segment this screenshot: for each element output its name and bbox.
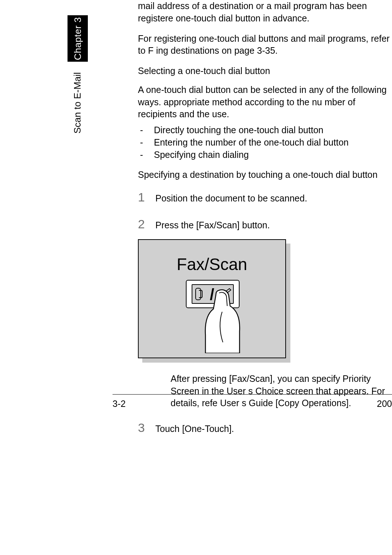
list-item: - Directly touching the one-touch dial b…: [139, 124, 392, 136]
bullet-text: Entering the number of the one-touch dia…: [154, 136, 392, 149]
document-glyph-icon: [199, 290, 203, 298]
paragraph: For registering one-touch dial buttons a…: [138, 33, 392, 57]
bullet-list: - Directly touching the one-touch dial b…: [139, 124, 392, 161]
chapter-tab: Chapter 3: [68, 15, 88, 62]
step-text: Press the [Fax/Scan] button.: [155, 218, 392, 232]
footer-rule: [113, 394, 392, 395]
chapter-tab-label: Chapter 3: [72, 17, 83, 60]
step-text: Touch [One-Touch].: [155, 421, 392, 435]
list-item: - Specifying chain dialing: [139, 149, 392, 161]
figure: Fax/Scan /: [138, 239, 392, 358]
subheading: Specifying a destination by touching a o…: [138, 169, 392, 181]
figure-label: Fax/Scan: [139, 253, 285, 276]
finger-press-icon: [203, 288, 243, 353]
main-content: mail address of a destination or a mail …: [138, 0, 392, 446]
paragraph: A one-touch dial button can be selected …: [138, 84, 392, 121]
side-section-label: Scan to E-Mail: [71, 68, 84, 137]
bullet-text: Directly touching the one-touch dial but…: [154, 124, 392, 136]
step-item: 2 Press the [Fax/Scan] button.: [138, 216, 392, 233]
subheading: Selecting a one-touch dial button: [138, 65, 392, 77]
step-number: 1: [138, 189, 145, 206]
bullet-dash: -: [139, 124, 144, 136]
side-section-text: Scan to E-Mail: [72, 72, 83, 133]
footer-right: 200: [377, 399, 392, 409]
list-item: - Entering the number of the one-touch d…: [139, 136, 392, 149]
step-number: 3: [138, 420, 145, 436]
figure-panel: Fax/Scan /: [138, 239, 286, 358]
step-item: 1 Position the document to be scanned.: [138, 189, 392, 206]
page: Chapter 3 Scan to E-Mail mail address of…: [0, 0, 392, 555]
step-number: 2: [138, 216, 145, 233]
bullet-dash: -: [139, 149, 144, 161]
footer: 3-2 200: [113, 399, 392, 409]
bullet-text: Specifying chain dialing: [154, 149, 392, 161]
bullet-dash: -: [139, 136, 144, 149]
step-item: 3 Touch [One-Touch].: [138, 420, 392, 436]
page-number: 3-2: [113, 399, 126, 409]
step-text: Position the document to be scanned.: [155, 191, 392, 205]
paragraph: mail address of a destination or a mail …: [138, 0, 392, 25]
